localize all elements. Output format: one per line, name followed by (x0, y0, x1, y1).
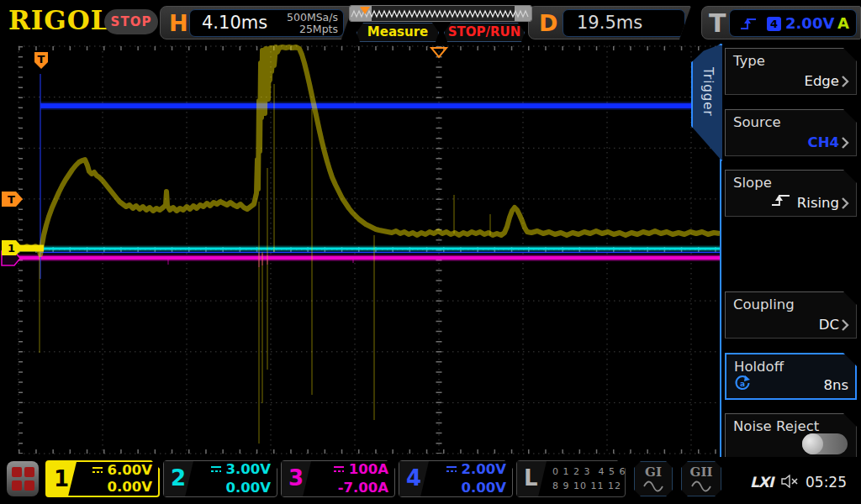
menu-item-value: DC (819, 317, 839, 333)
trigger-mode-badge: A (837, 14, 849, 32)
trigger-menu-tab-label: Trigger (700, 67, 716, 117)
channel-button-2[interactable]: 2 3.00V 0.00V (163, 460, 277, 497)
trigger-menu-panel: Trigger Type Edge Source CH4 Slope Risin… (720, 42, 861, 504)
digital-channels-button[interactable]: L 0 1 2 3 4 5 6 7 8 9 10 11 12 13 14 15 (516, 460, 626, 497)
menu-item-label: Source (733, 114, 781, 130)
channel-scale: 3.00V (226, 461, 271, 477)
channel-scale: 2.00V (462, 461, 506, 477)
trigger-label: T (709, 8, 726, 38)
menu-item-holdoff[interactable]: Holdoff a 8ns (725, 353, 857, 400)
chevron-right-icon (841, 75, 849, 88)
trigger-slope-icon (740, 15, 758, 32)
menu-item-slope[interactable]: Slope Rising (725, 170, 857, 217)
delay-value: 19.5ms (577, 13, 642, 33)
horizontal-label: H (169, 10, 188, 36)
speaker-muted-icon[interactable] (780, 475, 800, 488)
menu-item-label: Slope (733, 175, 772, 191)
channel-status-bar: 1 6.00V 0.00V 2 3.00V 0.00V (0, 457, 861, 504)
run-state-badge[interactable]: STOP (104, 9, 158, 34)
menu-item-type[interactable]: Type Edge (725, 48, 857, 95)
rising-edge-icon (771, 192, 791, 207)
gen1-button[interactable]: GI (634, 461, 673, 496)
sine-icon (642, 480, 664, 492)
channel-scale: 100A (349, 461, 388, 477)
channel-button-4[interactable]: 4 2.00V 0.00V (399, 460, 513, 497)
noise-reject-toggle[interactable] (802, 433, 848, 454)
clock: 05:25 (806, 474, 847, 491)
channel-offset: 0.00V (108, 479, 152, 495)
delay-group[interactable]: D 19.5ms (528, 6, 691, 39)
coupling-dc-icon (332, 464, 346, 475)
svg-text:T: T (38, 53, 45, 66)
top-status-bar: RIGOL STOP H 4.10ms 500MSa/s 25Mpts Meas… (0, 0, 861, 42)
digital-row1: 0 1 2 3 4 5 6 7 (552, 466, 637, 477)
coupling-dc-icon (91, 465, 104, 475)
ch3-trace (18, 252, 720, 267)
delay-label: D (539, 10, 557, 36)
channel-number: 4 (399, 461, 429, 496)
trigger-level-value: 2.00V (785, 14, 834, 32)
channel-scale: 6.00V (108, 462, 152, 478)
channel-button-3[interactable]: 3 100A -7.00A (281, 460, 395, 497)
menu-item-label: Coupling (733, 297, 795, 312)
gen2-label: GII (682, 465, 721, 480)
channel-offset: -7.00A (338, 480, 388, 496)
coupling-dc-icon (445, 464, 458, 475)
menu-item-source[interactable]: Source CH4 (725, 109, 857, 156)
preview-right-handle[interactable] (515, 6, 532, 22)
trigger-position-marker[interactable]: T (34, 52, 48, 69)
trigger-level-marker[interactable]: T (2, 192, 23, 207)
oscilloscope-screen: T T 1 RIGOL STOP H 4.10ms 500MSa/s 25Mpt… (0, 0, 861, 504)
sine-icon (690, 480, 712, 492)
channel-offset: 0.00V (226, 480, 271, 496)
timebase-value: 4.10ms (202, 13, 267, 33)
ch1-zero-marker[interactable]: 1 (2, 240, 23, 255)
menu-grid-button[interactable] (7, 461, 39, 496)
menu-item-value: 8ns (823, 377, 848, 393)
horizontal-group[interactable]: H 4.10ms 500MSa/s 25Mpts (160, 6, 353, 39)
sample-rate: 500MSa/s (287, 12, 338, 24)
trigger-group[interactable]: T 4 2.00V A (701, 6, 861, 39)
menu-item-value: Rising (797, 195, 839, 211)
menu-item-label: Holdoff (734, 359, 784, 375)
menu-item-value: Edge (804, 73, 839, 89)
lxi-badge: LXI (750, 474, 773, 491)
chevron-right-icon (841, 318, 849, 332)
menu-item-noise-reject[interactable]: Noise Reject (725, 413, 857, 460)
coupling-dc-icon (209, 464, 223, 475)
menu-item-value: CH4 (808, 134, 839, 150)
channel-number: 1 (47, 462, 77, 496)
menu-item-label: Type (733, 53, 765, 69)
svg-text:a: a (740, 380, 745, 388)
channel-offset: 0.00V (462, 480, 506, 496)
trigger-source-badge: 4 (767, 17, 781, 31)
gen2-button[interactable]: GII (681, 461, 721, 496)
knob-icon: a (733, 374, 752, 392)
chevron-right-icon (841, 136, 849, 150)
gen1-label: GI (635, 465, 672, 480)
channel-button-1[interactable]: 1 6.00V 0.00V (45, 460, 160, 497)
stop-run-button[interactable]: STOP/RUN (444, 23, 525, 42)
menu-item-label: Noise Reject (733, 418, 819, 434)
measure-button[interactable]: Measure (357, 23, 439, 42)
rigol-logo: RIGOL (8, 5, 110, 35)
channel-number: 3 (282, 461, 311, 496)
waveform-preview[interactable] (349, 5, 532, 22)
svg-text:T: T (8, 193, 15, 206)
menu-item-coupling[interactable]: Coupling DC (725, 291, 857, 339)
memory-depth: 25Mpts (287, 24, 338, 35)
svg-text:1: 1 (8, 242, 15, 255)
channel-number: 2 (164, 461, 193, 496)
chevron-right-icon (841, 197, 849, 210)
digital-label: L (517, 461, 547, 496)
